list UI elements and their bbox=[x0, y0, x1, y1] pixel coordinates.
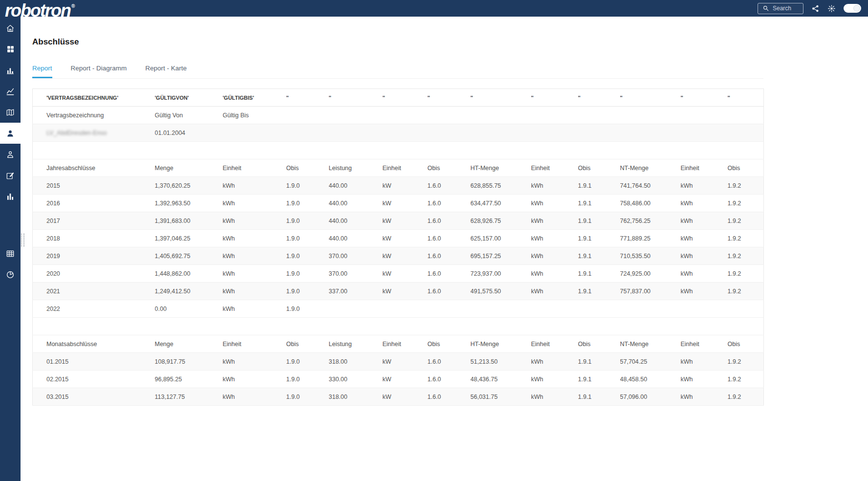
table-header-cell: '' bbox=[329, 89, 383, 107]
table-cell bbox=[428, 107, 471, 124]
table-cell: kW bbox=[383, 177, 428, 195]
table-cell: kW bbox=[383, 230, 428, 247]
table-cell: 757,837.00 bbox=[620, 283, 681, 300]
table-cell: 1,392,963.50 bbox=[155, 195, 223, 212]
dashboard-icon bbox=[6, 45, 15, 53]
table-cell: Einheit bbox=[383, 335, 428, 353]
user-icon bbox=[6, 129, 15, 138]
table-cell: Obis bbox=[578, 335, 620, 353]
table-cell bbox=[329, 318, 383, 335]
theme-toggle[interactable] bbox=[844, 4, 861, 13]
table-cell bbox=[578, 107, 620, 124]
table-cell: Obis bbox=[728, 159, 764, 177]
table-cell: HT-Menge bbox=[471, 335, 531, 353]
table-cell bbox=[620, 300, 681, 318]
table-cell bbox=[620, 318, 681, 335]
table-cell: 318.00 bbox=[329, 388, 383, 406]
table-cell: kWh bbox=[531, 195, 578, 212]
table-cell bbox=[681, 107, 728, 124]
table-cell bbox=[681, 318, 728, 335]
sidebar-item-map[interactable] bbox=[0, 102, 21, 123]
sidebar-item-dashboard[interactable] bbox=[0, 39, 21, 60]
sidebar-item-pie[interactable] bbox=[0, 264, 21, 285]
sidebar-item-analytics[interactable] bbox=[0, 81, 21, 102]
panel-resize-handle[interactable] bbox=[21, 234, 24, 246]
table-cell bbox=[223, 142, 286, 159]
topbar-actions: Search bbox=[758, 3, 868, 14]
sidebar-item-contracts[interactable] bbox=[0, 123, 21, 144]
table-cell: kWh bbox=[681, 388, 728, 406]
table-cell: kWh bbox=[531, 353, 578, 371]
tab-report[interactable]: Report bbox=[32, 65, 52, 78]
table-cell: 1.9.2 bbox=[728, 230, 764, 247]
share-icon[interactable] bbox=[811, 4, 820, 13]
table-cell bbox=[223, 124, 286, 142]
table-cell: 1,391,683.00 bbox=[155, 212, 223, 230]
table-cell bbox=[578, 142, 620, 159]
bar-chart-icon bbox=[6, 66, 15, 75]
table-cell: 1.9.2 bbox=[728, 177, 764, 195]
sidebar-item-statistics[interactable] bbox=[0, 186, 21, 207]
settings-icon[interactable] bbox=[827, 4, 836, 13]
search-input[interactable]: Search bbox=[758, 3, 803, 14]
table-cell bbox=[728, 107, 764, 124]
table-header-cell: '' bbox=[578, 89, 620, 107]
table-cell bbox=[578, 318, 620, 335]
sidebar-item-tables[interactable] bbox=[0, 243, 21, 264]
sidebar-item-home[interactable] bbox=[0, 18, 21, 39]
top-bar: robotron® Search bbox=[0, 0, 868, 17]
table-cell: 440.00 bbox=[329, 177, 383, 195]
table-cell bbox=[531, 107, 578, 124]
table-cell: LV_AbdDresden-Enso bbox=[33, 124, 155, 142]
table-cell: 695,157.25 bbox=[471, 247, 531, 265]
table-cell: Obis bbox=[428, 335, 471, 353]
sidebar-item-edit[interactable] bbox=[0, 165, 21, 186]
table-cell: kWh bbox=[223, 195, 286, 212]
table-cell: Menge bbox=[155, 159, 223, 177]
table-cell bbox=[155, 318, 223, 335]
table-cell: 1.9.0 bbox=[286, 283, 329, 300]
table-cell bbox=[471, 107, 531, 124]
tab-report-karte[interactable]: Report - Karte bbox=[145, 65, 187, 78]
table-cell: 710,535.50 bbox=[620, 247, 681, 265]
table-cell: 762,756.25 bbox=[620, 212, 681, 230]
table-cell: Obis bbox=[428, 159, 471, 177]
table-header-cell: '' bbox=[531, 89, 578, 107]
table-cell bbox=[471, 124, 531, 142]
table-cell: Gültig Bis bbox=[223, 107, 286, 124]
table-header-cell: '' bbox=[286, 89, 329, 107]
sidebar-item-reports[interactable] bbox=[0, 60, 21, 81]
app-logo[interactable]: robotron® bbox=[0, 0, 75, 18]
table-cell: 1.6.0 bbox=[428, 177, 471, 195]
table-cell: kWh bbox=[681, 212, 728, 230]
table-header-cell: '' bbox=[428, 89, 471, 107]
table-cell: kWh bbox=[223, 300, 286, 318]
table-cell bbox=[428, 142, 471, 159]
redacted-text: LV_AbdDresden-Enso bbox=[46, 130, 107, 136]
search-icon bbox=[762, 5, 769, 12]
table-cell: HT-Menge bbox=[471, 159, 531, 177]
table-cell: 1,448,862.00 bbox=[155, 265, 223, 283]
sidebar-item-users[interactable] bbox=[0, 144, 21, 165]
tab-report-diagramm[interactable]: Report - Diagramm bbox=[71, 65, 127, 78]
table-cell: kWh bbox=[531, 212, 578, 230]
table-cell: 113,127.75 bbox=[155, 388, 223, 406]
table-cell bbox=[531, 124, 578, 142]
sidebar-nav bbox=[0, 17, 21, 481]
table-cell: Einheit bbox=[223, 159, 286, 177]
table-cell: 440.00 bbox=[329, 195, 383, 212]
table-row: LV_AbdDresden-Enso01.01.2004 bbox=[33, 124, 764, 142]
table-cell bbox=[155, 142, 223, 159]
table-cell: kWh bbox=[223, 353, 286, 371]
table-cell: 330.00 bbox=[329, 371, 383, 388]
table-cell: Einheit bbox=[531, 335, 578, 353]
table-cell bbox=[428, 318, 471, 335]
table-cell: 57,096.00 bbox=[620, 388, 681, 406]
table-cell: 2022 bbox=[33, 300, 155, 318]
table-cell: Einheit bbox=[383, 159, 428, 177]
table-cell bbox=[329, 142, 383, 159]
table-cell: 1,370,620.25 bbox=[155, 177, 223, 195]
table-cell bbox=[531, 300, 578, 318]
table-cell: 51,213.50 bbox=[471, 353, 531, 371]
table-cell bbox=[286, 124, 329, 142]
